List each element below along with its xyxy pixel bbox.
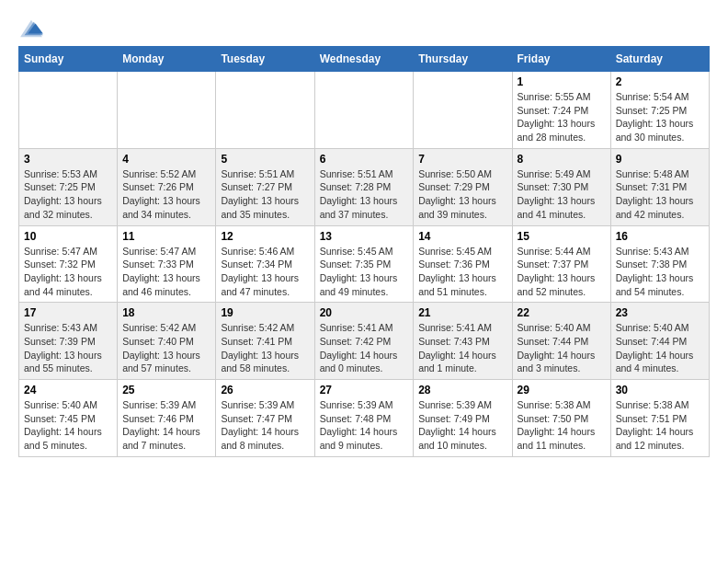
day-info: Sunrise: 5:49 AM Sunset: 7:30 PM Dayligh… — [518, 167, 606, 222]
logo-icon — [18, 18, 44, 39]
calendar-day-cell: 28Sunrise: 5:39 AM Sunset: 7:49 PM Dayli… — [414, 380, 512, 457]
day-number: 1 — [518, 75, 606, 88]
weekday-header-cell: Tuesday — [216, 47, 314, 72]
day-number: 16 — [616, 230, 704, 243]
day-info: Sunrise: 5:53 AM Sunset: 7:25 PM Dayligh… — [24, 167, 112, 222]
day-info: Sunrise: 5:42 AM Sunset: 7:41 PM Dayligh… — [221, 321, 309, 375]
day-info: Sunrise: 5:51 AM Sunset: 7:28 PM Dayligh… — [320, 167, 409, 222]
day-info: Sunrise: 5:39 AM Sunset: 7:49 PM Dayligh… — [418, 398, 506, 453]
day-number: 13 — [320, 230, 409, 243]
calendar-day-cell: 17Sunrise: 5:43 AM Sunset: 7:39 PM Dayli… — [19, 303, 118, 380]
day-number: 11 — [122, 230, 210, 243]
day-number: 27 — [320, 384, 409, 396]
calendar-day-cell: 12Sunrise: 5:46 AM Sunset: 7:34 PM Dayli… — [216, 225, 314, 303]
calendar-day-cell: 9Sunrise: 5:48 AM Sunset: 7:31 PM Daylig… — [610, 148, 709, 225]
calendar-day-cell: 13Sunrise: 5:45 AM Sunset: 7:35 PM Dayli… — [314, 225, 414, 303]
day-number: 24 — [24, 384, 112, 396]
day-number: 14 — [418, 230, 506, 243]
day-number: 10 — [24, 230, 112, 243]
calendar-table: SundayMondayTuesdayWednesdayThursdayFrid… — [18, 46, 710, 457]
logo — [18, 18, 48, 39]
day-number: 30 — [616, 384, 704, 396]
day-number: 18 — [122, 306, 210, 319]
calendar-day-cell — [414, 72, 512, 149]
day-info: Sunrise: 5:47 AM Sunset: 7:32 PM Dayligh… — [24, 245, 112, 299]
calendar-week-row: 3Sunrise: 5:53 AM Sunset: 7:25 PM Daylig… — [19, 148, 710, 225]
calendar-day-cell: 16Sunrise: 5:43 AM Sunset: 7:38 PM Dayli… — [610, 225, 709, 303]
day-number: 15 — [518, 230, 606, 243]
day-info: Sunrise: 5:52 AM Sunset: 7:26 PM Dayligh… — [122, 167, 210, 222]
calendar-week-row: 10Sunrise: 5:47 AM Sunset: 7:32 PM Dayli… — [19, 225, 710, 303]
day-info: Sunrise: 5:40 AM Sunset: 7:44 PM Dayligh… — [518, 321, 606, 375]
day-info: Sunrise: 5:39 AM Sunset: 7:46 PM Dayligh… — [122, 398, 210, 453]
weekday-header-cell: Saturday — [610, 47, 709, 72]
day-number: 29 — [518, 384, 606, 396]
calendar-day-cell — [19, 72, 118, 149]
day-info: Sunrise: 5:41 AM Sunset: 7:42 PM Dayligh… — [320, 321, 409, 375]
day-number: 4 — [122, 153, 210, 166]
calendar-day-cell: 23Sunrise: 5:40 AM Sunset: 7:44 PM Dayli… — [610, 303, 709, 380]
day-info: Sunrise: 5:54 AM Sunset: 7:25 PM Dayligh… — [616, 90, 704, 144]
weekday-header-cell: Sunday — [19, 47, 118, 72]
calendar-day-cell: 19Sunrise: 5:42 AM Sunset: 7:41 PM Dayli… — [216, 303, 314, 380]
calendar-day-cell: 1Sunrise: 5:55 AM Sunset: 7:24 PM Daylig… — [512, 72, 610, 149]
calendar-day-cell: 2Sunrise: 5:54 AM Sunset: 7:25 PM Daylig… — [610, 72, 709, 149]
day-info: Sunrise: 5:50 AM Sunset: 7:29 PM Dayligh… — [418, 167, 506, 222]
day-info: Sunrise: 5:45 AM Sunset: 7:36 PM Dayligh… — [418, 245, 506, 299]
day-info: Sunrise: 5:55 AM Sunset: 7:24 PM Dayligh… — [518, 90, 606, 144]
calendar-day-cell — [314, 72, 414, 149]
day-info: Sunrise: 5:40 AM Sunset: 7:44 PM Dayligh… — [616, 321, 704, 375]
weekday-header-cell: Wednesday — [314, 47, 414, 72]
calendar-day-cell: 4Sunrise: 5:52 AM Sunset: 7:26 PM Daylig… — [118, 148, 216, 225]
day-info: Sunrise: 5:45 AM Sunset: 7:35 PM Dayligh… — [320, 245, 409, 299]
day-info: Sunrise: 5:41 AM Sunset: 7:43 PM Dayligh… — [418, 321, 506, 375]
header — [18, 18, 710, 39]
calendar-day-cell: 20Sunrise: 5:41 AM Sunset: 7:42 PM Dayli… — [314, 303, 414, 380]
day-number: 5 — [221, 153, 309, 166]
calendar-body: 1Sunrise: 5:55 AM Sunset: 7:24 PM Daylig… — [19, 72, 710, 457]
calendar-day-cell: 3Sunrise: 5:53 AM Sunset: 7:25 PM Daylig… — [19, 148, 118, 225]
calendar-day-cell: 14Sunrise: 5:45 AM Sunset: 7:36 PM Dayli… — [414, 225, 512, 303]
calendar-day-cell: 11Sunrise: 5:47 AM Sunset: 7:33 PM Dayli… — [118, 225, 216, 303]
day-info: Sunrise: 5:42 AM Sunset: 7:40 PM Dayligh… — [122, 321, 210, 375]
day-number: 28 — [418, 384, 506, 396]
calendar-day-cell — [118, 72, 216, 149]
day-info: Sunrise: 5:40 AM Sunset: 7:45 PM Dayligh… — [24, 398, 112, 453]
calendar-day-cell: 29Sunrise: 5:38 AM Sunset: 7:50 PM Dayli… — [512, 380, 610, 457]
day-number: 9 — [616, 153, 704, 166]
calendar-day-cell: 18Sunrise: 5:42 AM Sunset: 7:40 PM Dayli… — [118, 303, 216, 380]
calendar-day-cell: 5Sunrise: 5:51 AM Sunset: 7:27 PM Daylig… — [216, 148, 314, 225]
weekday-header-cell: Thursday — [414, 47, 512, 72]
day-info: Sunrise: 5:39 AM Sunset: 7:48 PM Dayligh… — [320, 398, 409, 453]
calendar-day-cell: 24Sunrise: 5:40 AM Sunset: 7:45 PM Dayli… — [19, 380, 118, 457]
day-number: 6 — [320, 153, 409, 166]
day-number: 21 — [418, 306, 506, 319]
calendar-day-cell: 15Sunrise: 5:44 AM Sunset: 7:37 PM Dayli… — [512, 225, 610, 303]
calendar-day-cell: 10Sunrise: 5:47 AM Sunset: 7:32 PM Dayli… — [19, 225, 118, 303]
day-info: Sunrise: 5:39 AM Sunset: 7:47 PM Dayligh… — [221, 398, 309, 453]
day-info: Sunrise: 5:43 AM Sunset: 7:39 PM Dayligh… — [24, 321, 112, 375]
day-number: 20 — [320, 306, 409, 319]
day-info: Sunrise: 5:43 AM Sunset: 7:38 PM Dayligh… — [616, 245, 704, 299]
calendar-day-cell: 6Sunrise: 5:51 AM Sunset: 7:28 PM Daylig… — [314, 148, 414, 225]
day-info: Sunrise: 5:44 AM Sunset: 7:37 PM Dayligh… — [518, 245, 606, 299]
day-number: 12 — [221, 230, 309, 243]
day-number: 22 — [518, 306, 606, 319]
calendar-day-cell: 8Sunrise: 5:49 AM Sunset: 7:30 PM Daylig… — [512, 148, 610, 225]
day-number: 25 — [122, 384, 210, 396]
day-info: Sunrise: 5:47 AM Sunset: 7:33 PM Dayligh… — [122, 245, 210, 299]
calendar-day-cell: 27Sunrise: 5:39 AM Sunset: 7:48 PM Dayli… — [314, 380, 414, 457]
weekday-header-cell: Friday — [512, 47, 610, 72]
calendar-day-cell: 30Sunrise: 5:38 AM Sunset: 7:51 PM Dayli… — [610, 380, 709, 457]
calendar-day-cell: 7Sunrise: 5:50 AM Sunset: 7:29 PM Daylig… — [414, 148, 512, 225]
calendar-day-cell: 26Sunrise: 5:39 AM Sunset: 7:47 PM Dayli… — [216, 380, 314, 457]
calendar-week-row: 24Sunrise: 5:40 AM Sunset: 7:45 PM Dayli… — [19, 380, 710, 457]
day-number: 2 — [616, 75, 704, 88]
day-number: 3 — [24, 153, 112, 166]
calendar-day-cell: 21Sunrise: 5:41 AM Sunset: 7:43 PM Dayli… — [414, 303, 512, 380]
calendar-day-cell: 25Sunrise: 5:39 AM Sunset: 7:46 PM Dayli… — [118, 380, 216, 457]
day-number: 8 — [518, 153, 606, 166]
calendar-day-cell — [216, 72, 314, 149]
day-number: 23 — [616, 306, 704, 319]
day-info: Sunrise: 5:51 AM Sunset: 7:27 PM Dayligh… — [221, 167, 309, 222]
